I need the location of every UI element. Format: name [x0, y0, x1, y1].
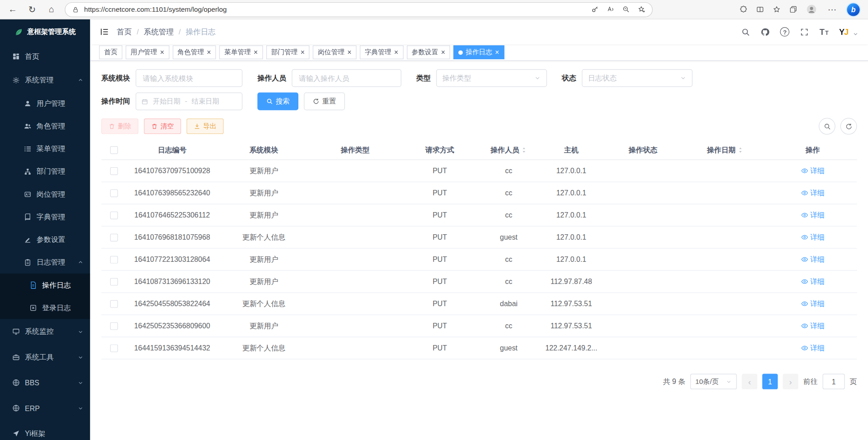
tab-close-icon[interactable]: ×	[207, 49, 211, 56]
tab-dict-mgmt[interactable]: 字典管理×	[360, 45, 403, 59]
page-size-select[interactable]: 10条/页	[690, 374, 737, 389]
extensions-icon[interactable]	[740, 5, 747, 13]
tab-close-icon[interactable]: ×	[160, 49, 164, 56]
browser-menu-icon[interactable]: ···	[826, 3, 838, 15]
split-screen-icon[interactable]	[756, 5, 764, 13]
clear-button[interactable]: 清空	[144, 118, 181, 134]
tab-role-mgmt[interactable]: 角色管理×	[173, 45, 216, 59]
module-input[interactable]	[136, 69, 242, 87]
detail-link[interactable]: 详细	[801, 255, 825, 265]
row-checkbox[interactable]	[110, 300, 118, 308]
github-icon[interactable]	[761, 28, 770, 37]
row-checkbox[interactable]	[110, 344, 118, 352]
row-checkbox[interactable]	[110, 211, 118, 219]
tab-dept-mgmt[interactable]: 部门管理×	[266, 45, 310, 59]
row-checkbox[interactable]	[110, 167, 118, 175]
tab-close-icon[interactable]: ×	[301, 49, 305, 56]
tab-close-icon[interactable]: ×	[441, 49, 445, 56]
detail-link[interactable]: 详细	[801, 232, 825, 242]
row-checkbox[interactable]	[110, 255, 118, 263]
tab-close-icon[interactable]: ×	[394, 49, 398, 56]
detail-link[interactable]: 详细	[801, 299, 825, 309]
detail-link[interactable]: 详细	[801, 188, 825, 198]
sidebar-item-login-log[interactable]: 登录日志	[0, 296, 90, 319]
tab-user-mgmt[interactable]: 用户管理×	[126, 45, 169, 59]
tab-home[interactable]: 首页	[99, 45, 122, 59]
sidebar-item-dict-mgmt[interactable]: 字典管理	[0, 205, 90, 228]
row-checkbox[interactable]	[110, 322, 118, 330]
sidebar-item-oper-log[interactable]: 操作日志	[0, 274, 90, 296]
user-avatar-logo[interactable]: YJ	[839, 27, 848, 37]
sidebar-item-log-mgmt[interactable]: 日志管理	[0, 251, 90, 274]
sidebar-item-yi-framework[interactable]: Yi框架	[0, 421, 90, 440]
page-number-button[interactable]: 1	[762, 374, 778, 389]
row-checkbox[interactable]	[110, 189, 118, 197]
sidebar-item-param-settings[interactable]: 参数设置	[0, 228, 90, 251]
sidebar-item-system-mgmt[interactable]: 系统管理	[0, 68, 90, 92]
refresh-table-button[interactable]	[840, 118, 857, 135]
sort-caret-icon[interactable]	[521, 146, 527, 154]
browser-refresh-button[interactable]: ↻	[26, 3, 38, 15]
breadcrumb-system[interactable]: 系统管理	[144, 27, 174, 37]
detail-link[interactable]: 详细	[801, 277, 825, 287]
type-select[interactable]: 操作类型	[436, 69, 547, 87]
sidebar-item-role-mgmt[interactable]: 角色管理	[0, 114, 90, 137]
favorite-star-icon[interactable]	[638, 5, 646, 13]
select-all-checkbox[interactable]	[110, 146, 118, 154]
delete-button[interactable]: 删除	[101, 118, 138, 134]
profile-avatar[interactable]	[806, 4, 817, 15]
font-size-icon[interactable]: TT	[820, 27, 829, 37]
sidebar-item-tools[interactable]: 系统工具	[0, 345, 90, 370]
tab-param-settings[interactable]: 参数设置×	[406, 45, 450, 59]
detail-link[interactable]: 详细	[801, 343, 825, 353]
search-button[interactable]: 搜索	[257, 92, 298, 110]
app-logo[interactable]: 意框架管理系统	[0, 19, 90, 44]
tab-close-icon[interactable]: ×	[495, 49, 499, 56]
sidebar-item-home[interactable]: 首页	[0, 44, 90, 68]
read-aloud-icon[interactable]	[607, 5, 614, 13]
sidebar-item-erp[interactable]: ERP	[0, 395, 90, 421]
sort-caret-icon[interactable]	[737, 146, 743, 154]
sidebar-item-menu-mgmt[interactable]: 菜单管理	[0, 137, 90, 160]
tab-menu-mgmt[interactable]: 菜单管理×	[219, 45, 263, 59]
row-checkbox[interactable]	[110, 278, 118, 285]
operator-input[interactable]	[292, 69, 401, 87]
show-search-toggle-button[interactable]	[819, 118, 835, 135]
reset-button[interactable]: 重置	[304, 92, 345, 110]
sidebar-item-monitor[interactable]: 系统监控	[0, 319, 90, 344]
sidebar-item-user-mgmt[interactable]: 用户管理	[0, 92, 90, 114]
url-text[interactable]: https://ccnetcore.com:1101/system/log/op…	[84, 5, 586, 13]
detail-link[interactable]: 详细	[801, 210, 825, 220]
zoom-out-icon[interactable]	[622, 5, 630, 13]
date-range-picker[interactable]: 开始日期 - 结束日期	[136, 92, 242, 110]
user-dropdown-chevron[interactable]	[853, 31, 859, 37]
sidebar-item-dept-mgmt[interactable]: 部门管理	[0, 160, 90, 183]
detail-link[interactable]: 详细	[801, 321, 825, 331]
next-page-button[interactable]: ›	[783, 374, 798, 389]
column-header-operator[interactable]: 操作人员	[479, 145, 538, 155]
export-button[interactable]: 导出	[187, 118, 224, 134]
sidebar-item-bbs[interactable]: BBS	[0, 370, 90, 395]
sidebar-item-post-mgmt[interactable]: 岗位管理	[0, 183, 90, 205]
prev-page-button[interactable]: ‹	[742, 374, 757, 389]
column-header-date[interactable]: 操作日期	[682, 145, 769, 155]
goto-page-input[interactable]	[823, 374, 845, 389]
tab-post-mgmt[interactable]: 岗位管理×	[313, 45, 356, 59]
collections-icon[interactable]	[789, 5, 797, 13]
browser-home-button[interactable]: ⌂	[45, 3, 57, 15]
navbar-search-icon[interactable]	[741, 28, 750, 37]
help-icon[interactable]: ?	[780, 27, 790, 37]
password-key-icon[interactable]	[591, 5, 599, 13]
address-bar[interactable]: https://ccnetcore.com:1101/system/log/op…	[65, 2, 652, 17]
fullscreen-icon[interactable]	[800, 28, 809, 37]
breadcrumb-home[interactable]: 首页	[117, 27, 132, 37]
detail-link[interactable]: 详细	[801, 166, 825, 176]
tab-close-icon[interactable]: ×	[254, 49, 258, 56]
favorites-bar-icon[interactable]	[773, 5, 780, 13]
row-checkbox[interactable]	[110, 233, 118, 241]
tab-oper-log[interactable]: 操作日志×	[453, 45, 504, 59]
sidebar-fold-icon[interactable]	[99, 27, 109, 37]
browser-back-button[interactable]: ←	[7, 3, 19, 15]
status-select[interactable]: 日志状态	[582, 69, 693, 87]
tab-close-icon[interactable]: ×	[347, 49, 351, 56]
